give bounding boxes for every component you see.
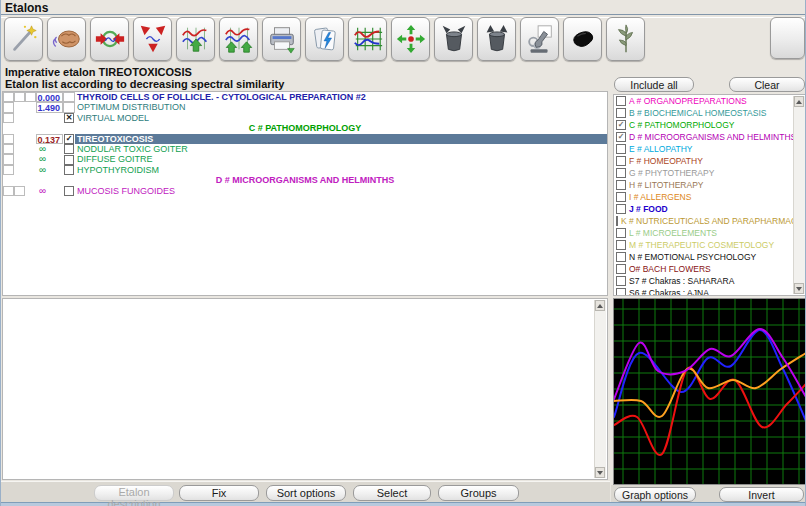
similarity-value [36,113,63,123]
row-checkbox[interactable] [63,165,75,175]
row-checkbox[interactable]: ✕ [63,113,75,123]
empty-checkbox[interactable] [616,144,626,154]
category-item[interactable]: B # BIOCHEMICAL HOMEOSTASIS [614,107,806,119]
category-item[interactable]: E # ALLOPATHY [614,143,806,155]
close-window-button[interactable] [770,17,805,59]
section-row[interactable]: D # MICROORGANISMS AND HELMINTHS [3,175,607,185]
section-row[interactable]: C # PATHOMORPHOLOGY [3,123,607,133]
select-button[interactable]: Select [353,485,431,501]
category-item[interactable]: S7 # Chakras : SAHARARA [614,275,806,287]
category-item[interactable]: M # THERAPEUTIC COSMETOLOGY [614,239,806,251]
graph-grid-icon [352,22,384,56]
category-item[interactable]: A # ORGANOPREPARATIONS [614,95,806,107]
toolbar-microscope-button[interactable] [520,17,559,61]
category-item[interactable]: S6 # Chakras : AJNA [614,287,806,296]
etalon-label: NODULAR TOXIC GOITER [75,144,607,154]
category-item[interactable]: K # NUTRICEUTICALS AND PARAPHARMACEUTICA… [614,215,806,227]
category-item[interactable]: F # HOMEOPATHY [614,155,806,167]
empty-checkbox[interactable] [616,276,626,286]
magic-wand-icon [8,22,40,56]
category-label: E # ALLOPATHY [629,144,692,154]
checked-checkbox[interactable]: ✓ [616,120,626,130]
coal-icon [567,22,599,56]
groups-button[interactable]: Groups [438,485,519,501]
etalon-row[interactable]: 1.490OPTIMUM DISTRIBUTION [3,102,607,112]
marker-cell [3,154,14,164]
sort-options-button[interactable]: Sort options [266,485,346,501]
row-checkbox[interactable] [63,144,75,154]
category-scrollbar[interactable] [793,96,805,294]
empty-checkbox [64,144,74,154]
marker-cell [14,186,25,196]
empty-checkbox[interactable] [616,288,626,296]
section-label: C # PATHOMORPHOLOGY [3,123,607,133]
category-item[interactable]: G # PHYTOTHERAPY [614,167,806,179]
toolbar-brain-button[interactable] [47,17,86,61]
toolbar-magic-wand-button[interactable] [4,17,43,61]
etalon-row[interactable]: ∞NODULAR TOXIC GOITER [3,144,607,154]
empty-checkbox[interactable] [616,180,626,190]
etalon-list-heading: Etalon list according to decreasing spec… [5,78,284,90]
graph-options-button[interactable]: Graph options [614,487,696,502]
empty-checkbox[interactable] [616,156,626,166]
category-item[interactable]: I # ALLERGENS [614,191,806,203]
category-item[interactable]: ✓D # MICROORGANISMS AND HELMINTHS [614,131,806,143]
empty-checkbox[interactable] [616,252,626,262]
toolbar-print-button[interactable] [262,17,301,61]
category-label: C # PATHOMORPHOLOGY [629,120,734,130]
empty-checkbox[interactable] [616,204,626,214]
toolbar-move-cross-button[interactable] [391,17,430,61]
etalon-label: HYPOTHYROIDISM [75,165,607,175]
include-all-button[interactable]: Include all [614,77,694,92]
category-item[interactable]: J # FOOD [614,203,806,215]
category-item[interactable]: L # MICROELEMENTS [614,227,806,239]
row-checkbox [63,102,75,112]
clear-button[interactable]: Clear [729,77,805,92]
row-checkbox[interactable]: ✓ [63,134,75,144]
empty-checkbox[interactable] [616,168,626,178]
scroll-down-button[interactable] [595,467,605,478]
etalon-row[interactable]: ∞HYPOTHYROIDISM [3,165,607,175]
toolbar-container-out-button[interactable] [477,17,516,61]
etalon-row[interactable]: 0.137✓TIREOTOXICOSIS [3,134,607,144]
scroll-up-button[interactable] [794,96,804,107]
toolbar-energy-cards-button[interactable] [305,17,344,61]
empty-checkbox[interactable] [616,192,626,202]
invert-button[interactable]: Invert [719,487,804,502]
category-item[interactable]: ✓C # PATHOMORPHOLOGY [614,119,806,131]
toolbar-graph-up-double-button[interactable] [219,17,258,61]
empty-checkbox[interactable] [616,108,626,118]
empty-checkbox[interactable] [616,216,618,226]
toolbar-merge-arrows-button[interactable] [133,17,172,61]
row-checkbox[interactable] [63,154,75,164]
category-item[interactable]: H # LITOTHERAPY [614,179,806,191]
scroll-up-button[interactable] [595,300,605,311]
description-scrollbar[interactable] [594,300,606,478]
category-label: B # BIOCHEMICAL HOMEOSTASIS [629,108,766,118]
etalon-row[interactable]: ∞MUCOSIS FUNGOIDES [3,186,607,196]
category-item[interactable]: O# BACH FLOWERS [614,263,806,275]
etalon-row[interactable]: 0.000THYROID CELLS OF FOLLICLE. - CYTOLO… [3,92,607,102]
etalon-label: DIFFUSE GOITRE [75,154,607,164]
row-checkbox[interactable] [63,186,75,196]
toolbar-plant-button[interactable] [606,17,645,61]
fix-button[interactable]: Fix [179,485,259,501]
empty-checkbox[interactable] [616,228,626,238]
spectrum-graph [613,298,806,485]
category-label: D # MICROORGANISMS AND HELMINTHS [629,132,796,142]
empty-checkbox[interactable] [616,264,626,274]
toolbar-container-in-button[interactable] [434,17,473,61]
empty-checkbox[interactable] [616,96,626,106]
toolbar-coal-button[interactable] [563,17,602,61]
toolbar-graph-grid-button[interactable] [348,17,387,61]
etalon-row[interactable]: ✕VIRTUAL MODEL [3,113,607,123]
category-item[interactable]: N # EMOTIONAL PSYCHOLOGY [614,251,806,263]
checked-checkbox[interactable]: ✓ [616,132,626,142]
toolbar-graph-up-button[interactable] [176,17,215,61]
x-mark-icon: ✕ [64,113,74,123]
etalons-window: Etalons Imperative etalon TIREOTOXICOSIS… [0,0,806,506]
toolbar-ring-arrows-button[interactable] [90,17,129,61]
etalon-row[interactable]: ∞DIFFUSE GOITRE [3,154,607,164]
empty-checkbox[interactable] [616,240,626,250]
scroll-down-button[interactable] [794,283,804,294]
